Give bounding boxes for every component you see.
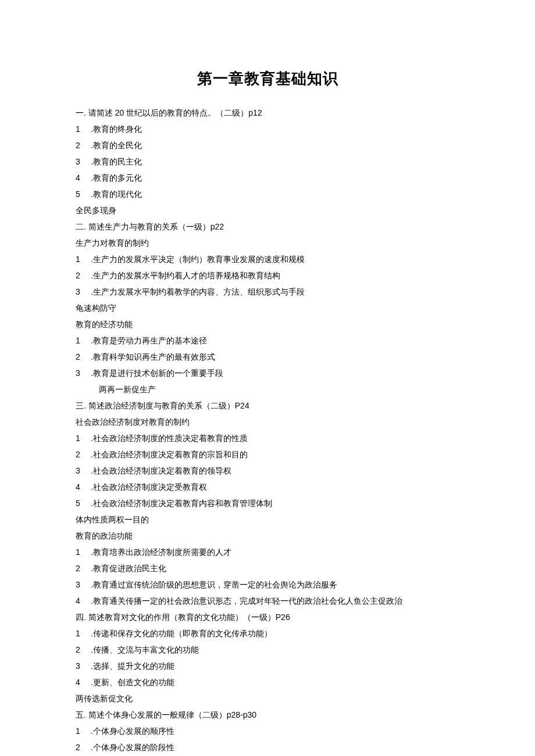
list-item: 3 .选择、提升文化的功能 (76, 658, 459, 674)
list-item: 2 .教育的全民化 (76, 137, 459, 153)
list-number: 3 (76, 576, 91, 593)
list-text: .教育科学知识再生产的最有效形式 (91, 349, 459, 365)
list-text: .个体身心发展的阶段性 (91, 739, 459, 755)
text-line: 一. 请简述 20 世纪以后的教育的特点。（二级）p12 (76, 105, 459, 121)
list-item: 1 .教育是劳动力再生产的基本途径 (76, 332, 459, 349)
list-item: 1 .个体身心发展的顺序性 (76, 723, 459, 739)
text-line: 两再一新促生产 (76, 381, 459, 397)
list-number: 1 (76, 332, 91, 349)
list-item: 3 .教育是进行技术创新的一个重要手段 (76, 365, 459, 381)
list-number: 1 (76, 251, 91, 267)
list-text: .教育的全民化 (91, 137, 459, 153)
list-text: .传播、交流与丰富文化的功能 (91, 642, 459, 658)
list-text: .选择、提升文化的功能 (91, 658, 459, 674)
text-line: 四. 简述教育对文化的作用（教育的文化功能）（一级）P26 (76, 609, 459, 625)
list-item: 3 .教育的民主化 (76, 153, 459, 170)
list-item: 2 .个体身心发展的阶段性 (76, 739, 459, 755)
list-number: 5 (76, 186, 91, 202)
chapter-title: 第一章教育基础知识 (76, 64, 459, 94)
list-number: 5 (76, 495, 91, 511)
list-item: 2 .传播、交流与丰富文化的功能 (76, 642, 459, 658)
list-number: 1 (76, 430, 91, 446)
list-item: 2 .社会政治经济制度决定着教育的宗旨和目的 (76, 446, 459, 463)
list-item: 4 .更新、创造文化的功能 (76, 674, 459, 690)
list-item: 1 .教育培养出政治经济制度所需要的人才 (76, 544, 459, 560)
list-number: 1 (76, 121, 91, 137)
list-text: .教育通过宣传统治阶级的思想意识，穿凿一定的社会舆论为政治服务 (91, 576, 459, 593)
list-text: .教育培养出政治经济制度所需要的人才 (91, 544, 459, 560)
list-text: .传递和保存文化的功能（即教育的文化传承功能） (91, 625, 459, 642)
list-number: 2 (76, 267, 91, 284)
list-item: 1 .教育的终身化 (76, 121, 459, 137)
list-text: .更新、创造文化的功能 (91, 674, 459, 690)
list-item: 5 .教育的现代化 (76, 186, 459, 202)
list-text: .教育的民主化 (91, 153, 459, 170)
list-text: .教育通关传播一定的社会政治意识形态，完成对年轻一代的政治社会化人鱼公主促政治 (91, 593, 459, 609)
list-text: .生产力的发展水平制约着人才的培养规格和教育结构 (91, 267, 459, 284)
list-number: 2 (76, 642, 91, 658)
text-line: 五. 简述个体身心发展的一般规律（二级）p28-p30 (76, 707, 459, 723)
text-line: 三. 简述政治经济制度与教育的关系（二级）P24 (76, 397, 459, 414)
list-text: .教育的终身化 (91, 121, 459, 137)
list-item: 2 .教育促进政治民主化 (76, 560, 459, 576)
list-text: .教育的现代化 (91, 186, 459, 202)
list-item: 5 .社会政治经济制度决定着教育内容和教育管理体制 (76, 495, 459, 511)
list-number: 2 (76, 446, 91, 463)
text-line: 教育的经济功能 (76, 316, 459, 332)
list-text: .个体身心发展的顺序性 (91, 723, 459, 739)
text-line: 全民多现身 (76, 202, 459, 218)
list-item: 3 .社会政治经济制度决定着教育的领导权 (76, 463, 459, 479)
text-line: 教育的政治功能 (76, 528, 459, 544)
list-text: .社会政治经济制度决定着教育的领导权 (91, 463, 459, 479)
text-line: 体内性质两权一目的 (76, 511, 459, 528)
list-number: 2 (76, 560, 91, 576)
list-text: .生产力的发展水平决定（制约）教育事业发展的速度和规模 (91, 251, 459, 267)
list-text: .社会政治经济制度的性质决定着教育的性质 (91, 430, 459, 446)
list-item: 4 .教育通关传播一定的社会政治意识形态，完成对年轻一代的政治社会化人鱼公主促政… (76, 593, 459, 609)
list-number: 2 (76, 137, 91, 153)
list-item: 1 .社会政治经济制度的性质决定着教育的性质 (76, 430, 459, 446)
list-text: .教育促进政治民主化 (91, 560, 459, 576)
list-number: 1 (76, 625, 91, 642)
list-item: 1 .传递和保存文化的功能（即教育的文化传承功能） (76, 625, 459, 642)
list-item: 3 .教育通过宣传统治阶级的思想意识，穿凿一定的社会舆论为政治服务 (76, 576, 459, 593)
text-line: 两传选新促文化 (76, 690, 459, 707)
list-number: 3 (76, 365, 91, 381)
list-text: .社会政治经济制度决定着教育的宗旨和目的 (91, 446, 459, 463)
list-item: 4 .社会政治经济制度决定受教育权 (76, 479, 459, 495)
list-number: 4 (76, 170, 91, 186)
document-content: 一. 请简述 20 世纪以后的教育的特点。（二级）p121 .教育的终身化2 .… (76, 105, 459, 755)
list-number: 1 (76, 723, 91, 739)
text-line: 社会政治经济制度对教育的制约 (76, 414, 459, 430)
list-item: 1 .生产力的发展水平决定（制约）教育事业发展的速度和规模 (76, 251, 459, 267)
list-item: 2 .教育科学知识再生产的最有效形式 (76, 349, 459, 365)
list-text: .社会政治经济制度决定着教育内容和教育管理体制 (91, 495, 459, 511)
list-number: 4 (76, 593, 91, 609)
list-item: 2 .生产力的发展水平制约着人才的培养规格和教育结构 (76, 267, 459, 284)
text-line: 生产力对教育的制约 (76, 235, 459, 251)
list-text: .教育是进行技术创新的一个重要手段 (91, 365, 459, 381)
list-number: 3 (76, 463, 91, 479)
list-text: .教育的多元化 (91, 170, 459, 186)
list-number: 1 (76, 544, 91, 560)
list-number: 3 (76, 284, 91, 300)
list-text: .教育是劳动力再生产的基本途径 (91, 332, 459, 349)
list-number: 4 (76, 674, 91, 690)
list-number: 2 (76, 349, 91, 365)
list-text: .生产力发展水平制约着教学的内容、方法、组织形式与手段 (91, 284, 459, 300)
list-number: 2 (76, 739, 91, 755)
list-text: .社会政治经济制度决定受教育权 (91, 479, 459, 495)
text-line: 二. 简述生产力与教育的关系（一级）p22 (76, 218, 459, 235)
list-number: 4 (76, 479, 91, 495)
text-line: 龟速构防守 (76, 300, 459, 316)
list-number: 3 (76, 153, 91, 170)
list-number: 3 (76, 658, 91, 674)
list-item: 3 .生产力发展水平制约着教学的内容、方法、组织形式与手段 (76, 284, 459, 300)
list-item: 4 .教育的多元化 (76, 170, 459, 186)
